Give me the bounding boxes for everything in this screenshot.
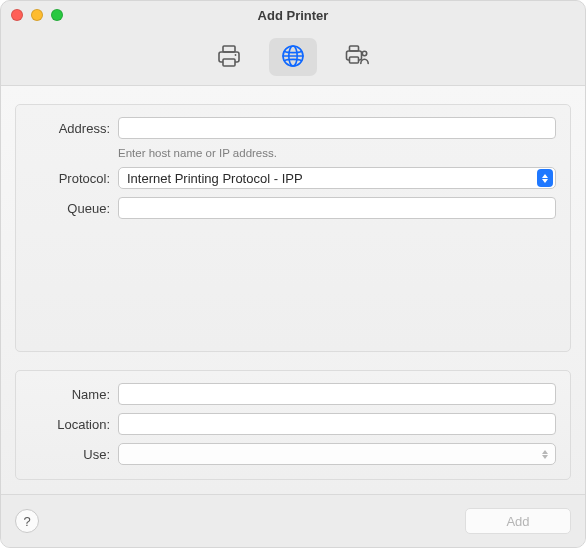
add-printer-window: Add Printer — [0, 0, 586, 548]
svg-rect-9 — [350, 57, 359, 63]
zoom-window-button[interactable] — [51, 9, 63, 21]
footer: ? Add — [1, 494, 585, 547]
name-input[interactable] — [118, 383, 556, 405]
connection-group: Address: Enter host name or IP address. … — [15, 104, 571, 352]
globe-icon — [280, 43, 306, 72]
add-button[interactable]: Add — [465, 508, 571, 534]
svg-rect-2 — [223, 59, 235, 66]
protocol-value: Internet Printing Protocol - IPP — [127, 171, 537, 186]
use-select[interactable] — [118, 443, 556, 465]
help-icon: ? — [23, 514, 30, 529]
minimize-window-button[interactable] — [31, 9, 43, 21]
window-controls — [11, 9, 63, 21]
shared-printer-icon — [344, 43, 370, 72]
svg-point-3 — [235, 54, 237, 56]
location-input[interactable] — [118, 413, 556, 435]
location-label: Location: — [30, 417, 118, 432]
windows-printer-tab[interactable] — [333, 38, 381, 76]
svg-point-10 — [362, 51, 366, 55]
printer-type-toolbar — [1, 29, 585, 86]
window-title: Add Printer — [1, 8, 585, 23]
updown-stepper-icon — [537, 169, 553, 187]
details-group: Name: Location: Use: — [15, 370, 571, 480]
protocol-label: Protocol: — [30, 171, 118, 186]
protocol-select[interactable]: Internet Printing Protocol - IPP — [118, 167, 556, 189]
printer-icon — [216, 43, 242, 72]
add-button-label: Add — [506, 514, 529, 529]
address-hint: Enter host name or IP address. — [118, 147, 556, 159]
queue-label: Queue: — [30, 201, 118, 216]
queue-input[interactable] — [118, 197, 556, 219]
address-label: Address: — [30, 121, 118, 136]
title-bar: Add Printer — [1, 1, 585, 29]
ip-printer-tab[interactable] — [269, 38, 317, 76]
svg-rect-8 — [350, 46, 359, 51]
close-window-button[interactable] — [11, 9, 23, 21]
svg-rect-1 — [223, 46, 235, 52]
default-printer-tab[interactable] — [205, 38, 253, 76]
dialog-body: Address: Enter host name or IP address. … — [1, 86, 585, 494]
use-label: Use: — [30, 447, 118, 462]
updown-stepper-icon — [537, 445, 553, 463]
address-input[interactable] — [118, 117, 556, 139]
name-label: Name: — [30, 387, 118, 402]
help-button[interactable]: ? — [15, 509, 39, 533]
